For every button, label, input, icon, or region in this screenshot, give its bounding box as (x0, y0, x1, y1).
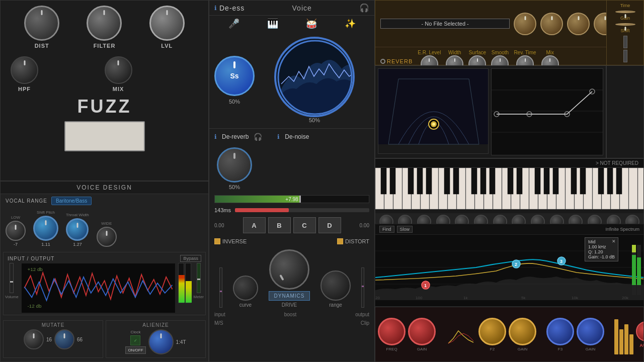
time-knob[interactable] (615, 11, 635, 13)
pitch-sublabel: Shift Pitch (37, 210, 55, 215)
gold-knob-section: F2 (478, 318, 506, 351)
mic-icon[interactable]: 🎤 (228, 18, 239, 29)
svg-rect-78 (632, 255, 636, 285)
reverb-knob1[interactable] (514, 13, 536, 35)
svg-rect-51 (453, 168, 459, 194)
throat-knob[interactable] (66, 218, 89, 241)
svg-rect-81 (637, 257, 641, 285)
svg-rect-49 (426, 168, 432, 194)
svg-rect-63 (607, 168, 613, 194)
reverb-radio[interactable] (380, 59, 385, 64)
svg-point-7 (432, 123, 435, 126)
svg-rect-56 (517, 168, 522, 194)
fuzz-panel: DIST FILTER LVL HPF MIX FUZZ (0, 0, 209, 181)
vocal-range-preset[interactable]: Baritone/Bass (51, 197, 92, 205)
d-button[interactable]: D (318, 217, 341, 233)
clock-checkbox[interactable]: ✓ (130, 335, 140, 345)
mutate-knob1[interactable] (24, 329, 44, 349)
b-button[interactable]: B (268, 217, 291, 233)
lvl-knob[interactable] (149, 6, 185, 41)
tooltip-close-icon[interactable]: ✕ (612, 239, 616, 244)
gain-bar1 (614, 319, 618, 354)
output-label: output (355, 312, 369, 317)
red-knob2[interactable] (408, 318, 436, 345)
c-button[interactable]: C (293, 217, 316, 233)
deess-info-icon: ℹ (214, 5, 217, 12)
tr-slider1[interactable] (623, 36, 627, 48)
filter-knob[interactable] (87, 6, 122, 41)
gain-knob[interactable] (615, 23, 635, 26)
file-selector[interactable]: - No File Selected - (380, 19, 510, 29)
io-section: INPUT / OUTPUT Bypass Volume +12 db -12 … (3, 252, 206, 315)
voice-circle-section: 50% (260, 37, 369, 123)
eq-tooltip: Mid 1.00 kHz Q: 1.20 Gain: -1.0 dB ✕ (585, 237, 618, 261)
svg-text:-12 db: -12 db (27, 303, 41, 309)
alienize-knob[interactable] (148, 329, 174, 354)
svg-rect-54 (490, 168, 495, 194)
input-v-slider (219, 267, 222, 308)
width-knob-item: WIDE (97, 221, 117, 247)
mutate-knob2[interactable] (54, 329, 74, 349)
drive-knob[interactable] (269, 249, 309, 290)
on-off-button[interactable]: ON/OFF (125, 346, 145, 354)
mutate-val1: 16 (46, 337, 52, 342)
range-knob[interactable] (320, 270, 351, 301)
svg-rect-64 (616, 168, 622, 194)
sparkle-icon[interactable]: ✨ (345, 18, 356, 29)
ms-label: M/S (214, 320, 223, 326)
distort-checkbox[interactable] (337, 238, 343, 244)
gold-knob1[interactable] (478, 318, 506, 345)
input-slider[interactable] (10, 263, 14, 293)
blue-band-section: F3 (546, 318, 574, 351)
svg-rect-52 (471, 168, 477, 194)
time-value: 143ms (214, 207, 231, 213)
red-knob1[interactable] (378, 318, 406, 345)
clock-label: Clock (130, 330, 140, 334)
width-knob[interactable] (97, 227, 117, 247)
smooth-label: Smooth (492, 50, 509, 55)
drive-row: curve DYNAMICS DRIVE range (209, 247, 374, 310)
eq-panel: Find Slow Infinite Spectrum Mid 1.00 kHz… (375, 224, 644, 307)
output-v-slider (361, 267, 364, 308)
mutate-title: MUTATE (5, 322, 101, 328)
reverb-knob2[interactable] (540, 13, 563, 35)
tooltip-q: Q: 1.20 (588, 249, 615, 254)
reverb-knob3[interactable] (567, 13, 590, 35)
gain-sliders (614, 314, 633, 354)
auto-knob[interactable] (636, 321, 644, 341)
clip-label: Clip (361, 320, 369, 326)
hpf-knob[interactable] (11, 56, 38, 84)
blue-knob2[interactable] (577, 318, 604, 345)
drum-icon[interactable]: 🥁 (306, 18, 317, 29)
dereverb-knob[interactable] (217, 147, 252, 183)
low-knob[interactable] (6, 221, 26, 241)
curve-label: curve (239, 302, 252, 308)
inverse-checkbox[interactable] (214, 238, 220, 244)
reverb-radio-group: REVERB (380, 58, 413, 64)
er-label: E.R. Level (418, 50, 441, 55)
gold-knob2[interactable] (509, 318, 536, 345)
output-slider-v[interactable] (361, 267, 364, 308)
tr-slider2[interactable] (623, 50, 627, 62)
input-label: input (214, 312, 225, 317)
svg-text:5k: 5k (521, 296, 526, 300)
dynamics-button[interactable]: DYNAMICS (269, 291, 310, 301)
svg-rect-60 (571, 168, 577, 194)
mix-knob[interactable] (105, 56, 132, 84)
pitch-knob[interactable] (33, 216, 58, 241)
eq-slow-btn[interactable]: Slow (397, 226, 413, 233)
svg-rect-46 (390, 168, 395, 194)
curve-knob[interactable] (233, 276, 258, 301)
blue-knob1[interactable] (546, 318, 574, 345)
eq-find-btn[interactable]: Find (379, 226, 394, 233)
gain-bar4 (629, 334, 633, 354)
dist-knob[interactable] (24, 6, 59, 41)
input-slider-v[interactable] (219, 267, 222, 308)
piano-icon[interactable]: 🎹 (267, 18, 278, 29)
a-button[interactable]: A (243, 217, 266, 233)
deess-knob[interactable]: Ss (214, 56, 255, 96)
time-bar-track[interactable] (235, 208, 369, 212)
bypass-button[interactable]: Bypass (180, 255, 201, 262)
output-slider[interactable] (197, 263, 201, 293)
pitch-knob-item: Shift Pitch 1.11 (33, 210, 58, 247)
